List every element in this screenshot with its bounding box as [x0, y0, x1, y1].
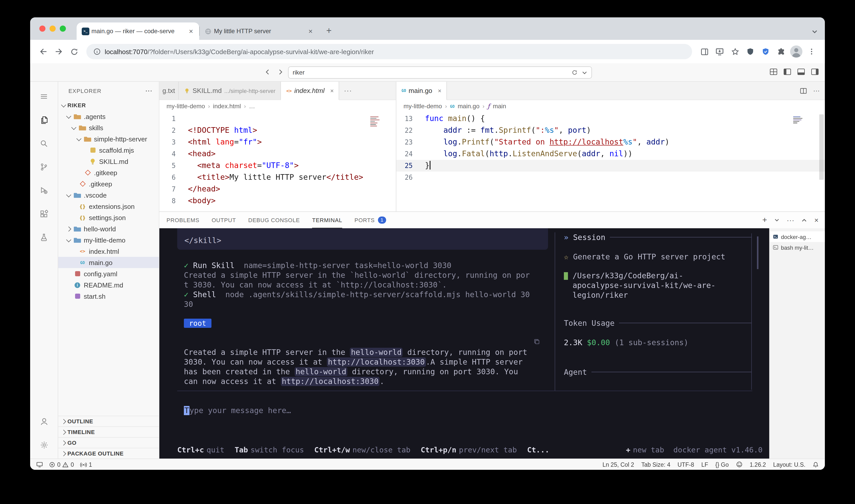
toggle-secondary-sidebar-icon[interactable] — [811, 68, 819, 75]
notifications-bell-icon[interactable] — [813, 461, 819, 467]
breadcrumbs-left[interactable]: my-little-demo› index.html› … — [159, 100, 396, 112]
tree-item-my-little-demo[interactable]: my-little-demo — [58, 234, 159, 246]
tree-item-vscode[interactable]: .vscode — [58, 190, 159, 201]
maximize-panel-icon[interactable] — [802, 217, 807, 223]
tree-item-settings-json[interactable]: {}settings.json — [58, 212, 159, 223]
remote-indicator-icon[interactable] — [36, 461, 43, 468]
menu-hamburger-icon[interactable] — [33, 85, 55, 108]
bookmark-star-icon[interactable] — [728, 44, 742, 59]
terminal-instance-bash-my-lit[interactable]: bash my-lit… — [770, 242, 825, 253]
tree-item-start-sh[interactable]: start.sh — [58, 291, 159, 302]
panel-tab-problems[interactable]: PROBLEMS — [166, 212, 199, 228]
chrome-menu-kebab-icon[interactable] — [804, 44, 819, 59]
status-layout-u-s[interactable]: Layout: U.S. — [773, 461, 805, 467]
close-tab-icon[interactable]: × — [438, 87, 442, 94]
panel-tab-terminal[interactable]: TERMINAL — [312, 212, 342, 228]
account-icon[interactable] — [33, 410, 55, 433]
tree-item-main-go[interactable]: GOmain.go — [58, 257, 159, 268]
feedback-smiley-icon[interactable] — [736, 461, 742, 468]
close-tab-icon[interactable]: × — [307, 27, 314, 35]
ports-indicator[interactable]: 1 — [80, 461, 92, 468]
source-control-icon[interactable] — [33, 155, 55, 179]
run-debug-icon[interactable] — [33, 179, 55, 202]
tree-item-gitkeep[interactable]: .gitkeep — [58, 167, 159, 178]
status-tab-size-4[interactable]: Tab Size: 4 — [641, 461, 670, 467]
toggle-sidebar-icon[interactable] — [783, 68, 791, 75]
sync-icon[interactable] — [572, 69, 578, 76]
tree-item-riker[interactable]: RIKER — [58, 100, 159, 111]
explorer-more-actions-icon[interactable]: ··· — [146, 88, 153, 94]
tab-skill-md[interactable]: SKILL.md.../simple-http-server — [179, 82, 281, 100]
new-tab-button[interactable]: + — [322, 23, 336, 38]
profile-avatar[interactable] — [789, 44, 803, 59]
panel-tab-debug-console[interactable]: DEBUG CONSOLE — [248, 212, 300, 228]
address-bar[interactable]: localhost:7070/?folder=/Users/k33g/CodeB… — [86, 44, 692, 59]
panel-more-icon[interactable]: ··· — [787, 216, 794, 224]
forward-icon[interactable] — [52, 44, 66, 59]
section-timeline[interactable]: TIMELINE — [58, 426, 159, 437]
tab-search-chevron-icon[interactable] — [812, 29, 818, 35]
site-info-icon[interactable] — [93, 48, 101, 55]
editor-scrollbar[interactable] — [819, 114, 824, 180]
command-center-search[interactable]: riker — [288, 66, 592, 79]
minimize-window-button[interactable] — [50, 25, 56, 32]
extension-shield-dark-icon[interactable] — [743, 44, 758, 59]
tree-item-index-html[interactable]: <>index.html — [58, 246, 159, 257]
minimap[interactable] — [370, 115, 382, 177]
side-panel-icon[interactable] — [697, 44, 711, 59]
chrome-tab-code-server[interactable]: >_ main.go — riker — code-serve × — [77, 22, 199, 40]
split-editor-icon[interactable] — [800, 87, 807, 94]
html-editor[interactable]: 12<!DOCTYPE html>3<html lang="fr">4<head… — [159, 113, 396, 211]
reload-icon[interactable] — [67, 44, 81, 59]
tree-item-simple-http-server[interactable]: simple-http-server — [58, 133, 159, 145]
extensions-icon[interactable] — [33, 202, 55, 226]
tree-item-skills[interactable]: skills — [58, 122, 159, 133]
tree-item-readme-md[interactable]: iREADME.md — [58, 279, 159, 291]
explorer-icon[interactable] — [33, 108, 55, 132]
terminal-view[interactable]: </skill> ✓Run Skill name=simple-http-ser… — [159, 228, 769, 458]
status-go[interactable]: {} Go — [715, 461, 729, 467]
customize-layout-icon[interactable] — [770, 68, 777, 75]
status-utf-8[interactable]: UTF-8 — [678, 461, 694, 467]
section-package-outline[interactable]: PACKAGE OUTLINE — [58, 448, 159, 458]
chevron-down-icon[interactable] — [582, 70, 587, 75]
extensions-puzzle-icon[interactable] — [774, 44, 788, 59]
chrome-tab-http-server[interactable]: My little HTTP server × — [199, 22, 319, 40]
tree-item-config-yaml[interactable]: config.yaml — [58, 268, 159, 279]
new-terminal-icon[interactable]: + — [762, 215, 767, 225]
status-lf[interactable]: LF — [701, 461, 708, 467]
terminal-dropdown-icon[interactable] — [774, 218, 779, 223]
tab-gtxt[interactable]: g.txt — [159, 82, 179, 100]
tree-item-hello-world[interactable]: hello-world — [58, 223, 159, 234]
section-go[interactable]: GO — [58, 437, 159, 448]
install-app-icon[interactable] — [713, 44, 727, 59]
minimap[interactable] — [793, 115, 805, 177]
tree-item-agents[interactable]: .agents — [58, 111, 159, 122]
search-icon[interactable] — [33, 132, 55, 155]
tree-item-scaffold-mjs[interactable]: scaffold.mjs — [58, 145, 159, 156]
tab-overflow-icon[interactable]: ··· — [339, 82, 357, 100]
tree-item-gitkeep[interactable]: .gitkeep — [58, 178, 159, 190]
nav-forward-icon[interactable] — [277, 68, 284, 76]
extension-shield-blue-icon[interactable] — [759, 44, 773, 59]
problems-indicator[interactable]: 0 0 — [49, 461, 74, 467]
breadcrumbs-right[interactable]: my-little-demo› GO main.go› ƒ main — [396, 100, 825, 112]
testing-flask-icon[interactable] — [33, 226, 55, 249]
panel-tab-ports[interactable]: PORTS1 — [354, 212, 386, 228]
close-tab-icon[interactable]: × — [330, 87, 334, 94]
tree-item-extensions-json[interactable]: {}extensions.json — [58, 201, 159, 212]
settings-gear-icon[interactable] — [33, 433, 55, 456]
toggle-panel-icon[interactable] — [797, 68, 805, 75]
close-tab-icon[interactable]: × — [188, 27, 194, 35]
panel-tab-output[interactable]: OUTPUT — [212, 212, 236, 228]
nav-back-icon[interactable] — [264, 68, 271, 76]
copy-icon[interactable] — [534, 339, 540, 345]
status-ln-25-col-2[interactable]: Ln 25, Col 2 — [602, 461, 634, 467]
session-scrollbar[interactable] — [757, 236, 759, 269]
status-1-26-2[interactable]: 1.26.2 — [750, 461, 766, 467]
tab-index-html[interactable]: <> index.html × — [281, 82, 339, 100]
close-panel-icon[interactable]: × — [814, 216, 819, 224]
go-editor[interactable]: 13func main() {22 addr := fmt.Sprintf(":… — [396, 113, 825, 211]
zoom-window-button[interactable] — [60, 25, 66, 32]
tree-item-skill-md[interactable]: SKILL.md — [58, 156, 159, 167]
